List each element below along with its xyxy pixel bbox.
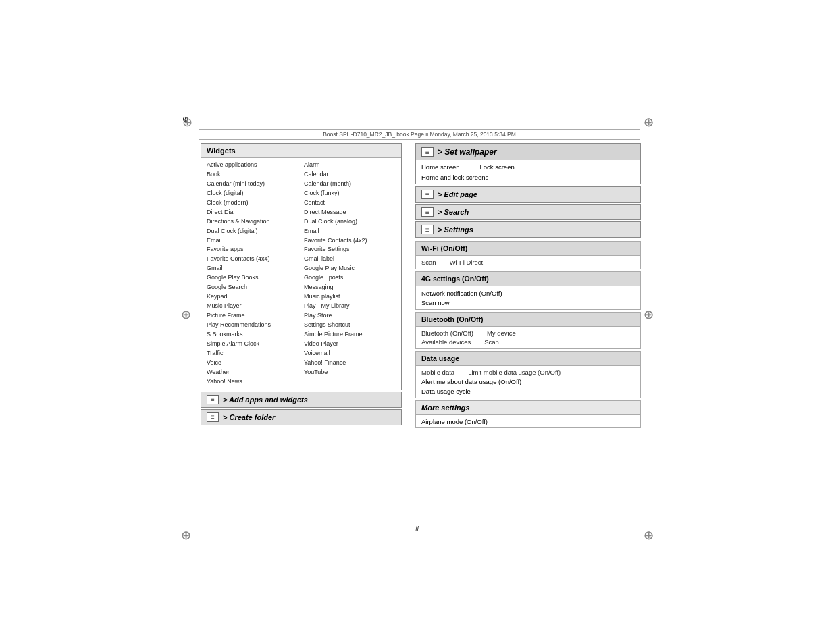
widget-item: Clock (modern) [207, 198, 298, 208]
bluetooth-onoff: Bluetooth (On/Off) [421, 329, 473, 337]
widget-item: Favorite Settings [304, 245, 396, 254]
header-bar: Boost SPH-D710_MR2_JB_.book Page ii Mond… [199, 129, 640, 140]
search-menu[interactable]: > Search [415, 204, 641, 220]
lock-screen-option: Lock screen [480, 163, 515, 171]
widget-item: Voicemail [304, 349, 396, 358]
widget-item: Video Player [304, 340, 396, 349]
create-folder-label: > Create folder [223, 413, 275, 421]
widget-item: Music Player [207, 302, 298, 311]
widget-item: Yahoo! News [207, 377, 298, 387]
widget-item: Traffic [207, 349, 298, 358]
widget-item: Yahoo! Finance [304, 358, 396, 368]
widget-item: Email [207, 236, 298, 246]
widget-item: Calendar (mini today) [207, 180, 298, 189]
widget-item: Keypad [207, 292, 298, 302]
4g-content: Network notification (On/Off) Scan now [416, 286, 640, 309]
widgets-heading: Widgets [201, 144, 401, 158]
4g-network-notification: Network notification (On/Off) [421, 290, 502, 297]
widget-item: Google Play Music [304, 264, 396, 273]
edit-page-label: > Edit page [438, 190, 477, 198]
widgets-col2: AlarmCalendarCalendar (month)Clock (funk… [304, 161, 396, 387]
widget-item: YouTube [304, 368, 396, 377]
search-label: > Search [438, 208, 469, 216]
widget-item: Email [304, 227, 396, 236]
widgets-section: Widgets Active applicationsBookCalendar … [201, 143, 402, 390]
bluetooth-section: Bluetooth (On/Off) Bluetooth (On/Off) My… [415, 312, 641, 349]
home-screen-option: Home screen [421, 163, 460, 171]
widget-item: Dual Clock (digital) [207, 227, 298, 236]
bluetooth-heading: Bluetooth (On/Off) [416, 313, 640, 327]
bluetooth-scan: Scan [484, 338, 499, 346]
widget-item: Simple Alarm Clock [207, 340, 298, 349]
edit-page-icon [421, 190, 434, 199]
mobile-data: Mobile data [421, 369, 454, 376]
widget-item: Gmail label [304, 254, 396, 264]
more-settings-content: Airplane mode (On/Off) [416, 415, 640, 427]
widget-item: Book [207, 170, 298, 180]
widget-item: Play - My Library [304, 302, 396, 311]
settings-icon [421, 225, 434, 234]
widget-item: Favorite Contacts (4x2) [304, 236, 396, 246]
page-number: ii [415, 525, 418, 533]
set-wallpaper-content: Home screen Lock screen Home and lock sc… [416, 160, 640, 184]
wifi-content: Scan Wi-Fi Direct [416, 256, 640, 269]
widget-item: Calendar [304, 170, 396, 180]
widget-item: Music playlist [304, 292, 396, 302]
data-usage-heading: Data usage [416, 352, 640, 366]
widget-item: Directions & Navigation [207, 217, 298, 227]
widget-item: Simple Picture Frame [304, 330, 396, 340]
widget-item: Gmail [207, 264, 298, 273]
more-settings-section: More settings Airplane mode (On/Off) [415, 400, 641, 428]
data-usage-content: Mobile data Limit mobile data usage (On/… [416, 366, 640, 398]
crosshair-top-right: ⊕ [644, 115, 657, 128]
widget-item: Picture Frame [207, 311, 298, 321]
data-usage-section: Data usage Mobile data Limit mobile data… [415, 351, 641, 398]
create-folder-icon [207, 412, 219, 422]
4g-heading: 4G settings (On/Off) [416, 272, 640, 286]
set-wallpaper-header: > Set wallpaper [416, 144, 640, 160]
set-wallpaper-section: > Set wallpaper Home screen Lock screen … [415, 143, 641, 184]
add-apps-label: > Add apps and widgets [223, 396, 308, 404]
wifi-row: Scan Wi-Fi Direct [421, 258, 635, 267]
widget-item: Alarm [304, 161, 396, 170]
widget-item: Play Store [304, 311, 396, 321]
alert-data: Alert me about data usage (On/Off) [421, 378, 521, 385]
home-lock-screens-option: Home and lock screens [421, 173, 488, 181]
widget-item: Favorite Contacts (4x4) [207, 254, 298, 264]
widget-item: Clock (funky) [304, 189, 396, 198]
create-folder-menu[interactable]: > Create folder [201, 409, 402, 425]
set-wallpaper-icon [421, 147, 434, 157]
widget-item: Contact [304, 198, 396, 208]
widget-item: Favorite apps [207, 245, 298, 254]
bluetooth-row1: Bluetooth (On/Off) My device [421, 329, 635, 338]
set-wallpaper-label: > Set wallpaper [438, 147, 497, 157]
widgets-content: Active applicationsBookCalendar (mini to… [201, 158, 401, 390]
add-apps-icon [207, 395, 219, 404]
widget-item: Play Recommendations [207, 321, 298, 330]
widget-item: Clock (digital) [207, 189, 298, 198]
wifi-section: Wi-Fi (On/Off) Scan Wi-Fi Direct [415, 241, 641, 269]
settings-menu[interactable]: > Settings [415, 221, 641, 238]
bluetooth-row2: Available devices Scan [421, 338, 635, 346]
wifi-scan: Scan [421, 259, 436, 266]
edit-page-menu[interactable]: > Edit page [415, 186, 641, 203]
bluetooth-mydevice: My device [487, 329, 516, 337]
crosshair-mid-left: ⊕ [181, 307, 194, 321]
bluetooth-content: Bluetooth (On/Off) My device Available d… [416, 327, 640, 348]
widget-item: Active applications [207, 161, 298, 170]
widget-item: Messaging [304, 283, 396, 292]
4g-section: 4G settings (On/Off) Network notificatio… [415, 271, 641, 310]
widget-item: Dual Clock (analog) [304, 217, 396, 227]
data-usage-row1: Mobile data Limit mobile data usage (On/… [421, 368, 635, 377]
wifi-direct: Wi-Fi Direct [450, 259, 484, 266]
widget-item: Google+ posts [304, 273, 396, 283]
search-icon [421, 207, 434, 217]
airplane-mode: Airplane mode (On/Off) [421, 418, 488, 425]
widget-item: Google Play Books [207, 273, 298, 283]
right-panel: > Set wallpaper Home screen Lock screen … [415, 143, 641, 430]
add-apps-menu[interactable]: > Add apps and widgets [201, 392, 402, 408]
data-cycle: Data usage cycle [421, 387, 471, 395]
widget-item: Direct Dial [207, 208, 298, 217]
crosshair-bottom-right: ⊕ [644, 528, 657, 541]
4g-scan-now: Scan now [421, 299, 450, 306]
